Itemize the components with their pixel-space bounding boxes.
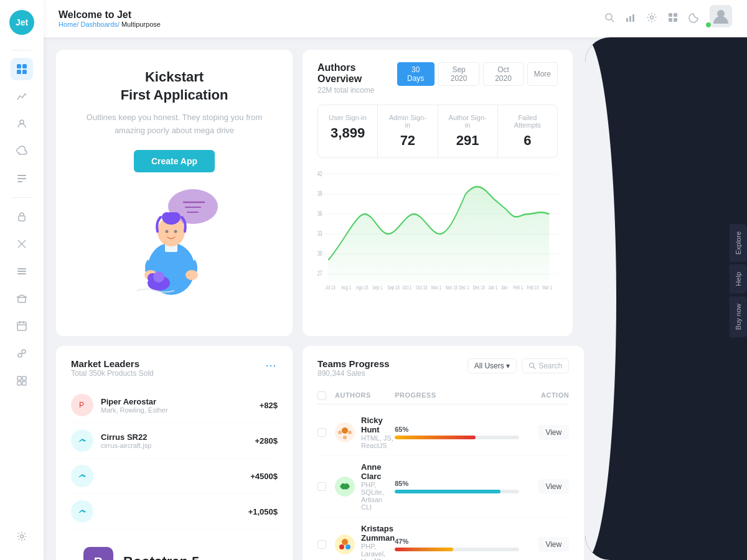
team-name-kristaps: Kristaps Zumman xyxy=(361,524,395,543)
sidebar-item-grid2[interactable] xyxy=(11,370,33,392)
sidebar-item-users[interactable] xyxy=(11,113,33,135)
teams-search[interactable]: Search xyxy=(522,358,569,373)
market-header: Market Leaders Total 350k Products Sold … xyxy=(71,358,278,378)
svg-rect-14 xyxy=(18,297,26,302)
tab-sep2020[interactable]: Sep 2020 xyxy=(438,62,480,86)
market-item-cirrus: Cirrus SR22 cirrus-aircraft.jsp +280$ xyxy=(71,423,278,459)
stat-failed-attempts: Failed Attempts 6 xyxy=(498,105,557,157)
svg-rect-3 xyxy=(22,70,27,74)
explore-button[interactable]: Explore xyxy=(730,224,747,262)
teams-progress-card: Teams Progress 890,344 Sales All Users ▾… xyxy=(303,346,584,560)
svg-point-93 xyxy=(342,427,348,434)
view-button-ricky[interactable]: View xyxy=(538,425,569,440)
app-logo[interactable]: Jet xyxy=(9,10,34,35)
svg-point-96 xyxy=(343,436,347,439)
svg-point-90 xyxy=(530,363,534,368)
svg-text:P: P xyxy=(79,401,84,409)
team-checkbox-kristaps[interactable] xyxy=(317,540,326,549)
navbar-left: Welcome to Jet Home/ Dashboards/ Multipu… xyxy=(59,9,161,28)
sidebar-item-calendar[interactable] xyxy=(11,315,33,337)
sidebar-item-security[interactable] xyxy=(11,205,33,228)
teams-title-group: Teams Progress 890,344 Sales xyxy=(317,358,390,378)
market-item-3: +4500$ xyxy=(71,459,278,494)
grid-icon[interactable] xyxy=(667,12,679,26)
create-app-button[interactable]: Create App xyxy=(134,150,215,172)
team-avatar-anne xyxy=(335,477,355,497)
view-button-kristaps[interactable]: View xyxy=(538,537,569,552)
team-skills-anne: PHP, SQLite, Artisan CLI xyxy=(361,481,395,511)
stat-label-admin: Admin Sign-in xyxy=(388,114,427,129)
svg-rect-31 xyxy=(632,14,634,22)
sidebar-item-dashboard[interactable] xyxy=(11,58,33,80)
svg-text:36: 36 xyxy=(317,210,322,218)
svg-point-26 xyxy=(21,535,24,538)
sidebar-item-analytics[interactable] xyxy=(11,85,33,108)
svg-text:27: 27 xyxy=(317,270,322,278)
svg-rect-7 xyxy=(17,181,22,182)
stat-user-signin: User Sign-in 3,899 xyxy=(318,105,378,157)
tab-oct2020[interactable]: Oct 2020 xyxy=(483,62,523,86)
sidebar-item-cloud[interactable] xyxy=(11,140,33,162)
period-tabs: 30 Days Sep 2020 Oct 2020 More xyxy=(397,62,558,86)
svg-point-86 xyxy=(77,435,88,446)
stat-label-user: User Sign-in xyxy=(328,114,367,121)
avatar[interactable] xyxy=(710,5,732,27)
sidebar-item-reports[interactable] xyxy=(11,167,33,190)
stat-author-signin: Author Sign-in 291 xyxy=(438,105,498,157)
sidebar-item-close[interactable] xyxy=(11,233,33,255)
tab-30days[interactable]: 30 Days xyxy=(397,62,435,86)
team-skills-kristaps: PHP, Laravel, VueJS xyxy=(361,543,395,560)
sidebar-item-tools[interactable] xyxy=(11,342,33,365)
moon-icon[interactable] xyxy=(688,12,700,26)
market-dots-menu[interactable]: ⋯ xyxy=(265,358,278,372)
svg-rect-2 xyxy=(17,70,21,74)
team-action-kristaps: View xyxy=(519,537,569,552)
svg-point-32 xyxy=(651,16,654,19)
svg-point-47 xyxy=(162,212,172,222)
svg-text:Oct 15: Oct 15 xyxy=(416,284,428,291)
kickstart-card: KickstartFirst Application Outlines keep… xyxy=(56,50,293,336)
market-item-4: +1,050$ xyxy=(71,494,278,530)
help-button[interactable]: Help xyxy=(730,264,747,294)
svg-text:Feb 15: Feb 15 xyxy=(527,284,538,291)
sidebar-item-box[interactable] xyxy=(11,287,33,310)
breadcrumb: Home/ Dashboards/ Multipurpose xyxy=(59,21,161,28)
content-area: KickstartFirst Application Outlines keep… xyxy=(44,37,747,560)
search-icon[interactable] xyxy=(604,12,615,26)
progress-label-ricky: 65% xyxy=(395,426,519,433)
team-checkbox-anne[interactable] xyxy=(317,482,326,491)
team-check-ricky xyxy=(317,428,335,437)
market-name-cirrus: Cirrus SR22 xyxy=(101,432,255,442)
team-author-kristaps: Kristaps Zumman PHP, Laravel, VueJS xyxy=(335,524,395,560)
market-value-4: +1,050$ xyxy=(248,507,278,516)
buy-now-button[interactable]: Buy now xyxy=(730,296,747,337)
svg-rect-12 xyxy=(17,271,26,272)
tab-more[interactable]: More xyxy=(527,62,558,86)
svg-rect-1 xyxy=(22,64,27,68)
online-indicator xyxy=(706,22,711,27)
svg-rect-15 xyxy=(17,322,26,330)
th-checkbox xyxy=(317,391,335,400)
side-buttons: Explore Help Buy now xyxy=(730,224,747,337)
settings-icon[interactable] xyxy=(646,12,657,26)
sidebar-item-settings[interactable] xyxy=(11,525,33,548)
teams-subtitle: 890,344 Sales xyxy=(317,369,390,378)
header-checkbox[interactable] xyxy=(317,391,326,400)
bar-chart-icon[interactable] xyxy=(625,12,636,26)
svg-rect-24 xyxy=(17,381,21,385)
th-authors: AUTHORS xyxy=(335,391,395,400)
authors-title: Authors Overview xyxy=(317,62,397,85)
view-button-anne[interactable]: View xyxy=(538,479,569,494)
progress-fill-kristaps xyxy=(395,548,453,551)
authors-card: Authors Overview 22M total income 30 Day… xyxy=(303,50,573,336)
users-filter[interactable]: All Users ▾ xyxy=(467,358,517,373)
market-name-piper: Piper Aerostar xyxy=(101,397,260,406)
svg-text:Oct 1: Oct 1 xyxy=(402,284,411,291)
svg-text:Sep 1: Sep 1 xyxy=(372,284,382,291)
svg-text:39: 39 xyxy=(317,190,322,198)
stat-value-user: 3,899 xyxy=(328,125,367,141)
team-checkbox-ricky[interactable] xyxy=(317,428,326,437)
bootstrap-banner: B Bootstrap 5 xyxy=(71,537,278,560)
sidebar-item-list[interactable] xyxy=(11,260,33,282)
svg-text:30: 30 xyxy=(317,250,322,258)
